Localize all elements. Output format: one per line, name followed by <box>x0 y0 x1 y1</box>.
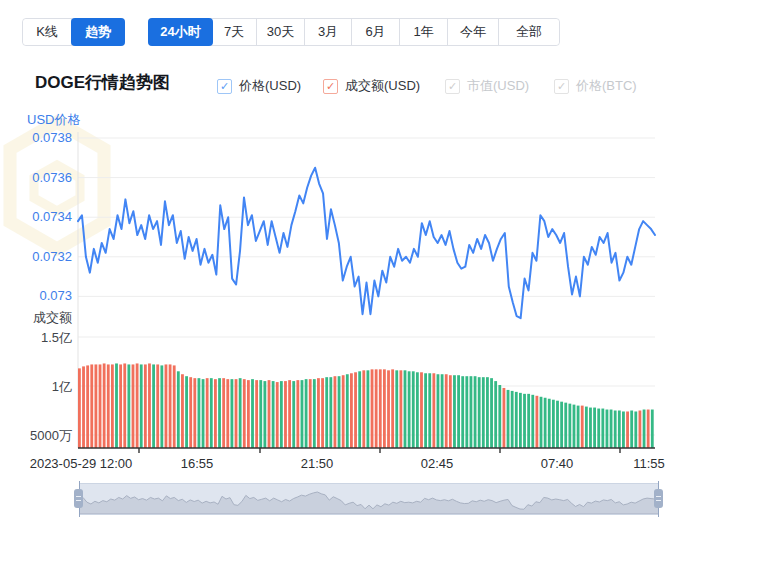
volume-bar <box>581 406 584 448</box>
chart-type-tab-group: K线趋势 <box>22 18 125 46</box>
volume-bar <box>136 363 139 448</box>
volume-bar <box>189 377 192 448</box>
volume-bar <box>206 378 209 448</box>
volume-bar <box>461 376 464 448</box>
volume-bar <box>111 364 114 448</box>
volume-bar <box>268 380 271 448</box>
volume-bar <box>144 364 147 448</box>
volume-bar <box>478 377 481 448</box>
volume-bar <box>465 376 468 448</box>
volume-bar <box>103 363 106 448</box>
tab-1y[interactable]: 1年 <box>400 19 448 45</box>
volume-bar <box>127 364 130 448</box>
volume-bar <box>259 380 262 448</box>
tab-6m[interactable]: 6月 <box>352 19 400 45</box>
volume-bar <box>325 377 328 448</box>
volume-bar <box>362 370 365 448</box>
navigator-mini-chart <box>79 484 659 514</box>
volume-bar <box>387 370 390 448</box>
volume-bar <box>577 406 580 448</box>
time-range-tab-group: 24小时7天30天3月6月1年今年全部 <box>148 18 560 46</box>
volume-bar <box>601 409 604 448</box>
volume-bar <box>276 382 279 448</box>
legend-price-usd-checkbox[interactable]: ✓ <box>217 79 232 94</box>
volume-bar <box>350 373 353 448</box>
tab-7d[interactable]: 7天 <box>212 19 257 45</box>
volume-bar <box>544 398 547 448</box>
volume-bar <box>424 373 427 448</box>
volume-bar <box>119 364 122 448</box>
volume-bar <box>486 377 489 448</box>
volume-bar <box>123 363 126 448</box>
volume-bar <box>338 376 341 448</box>
volume-bar <box>647 410 650 448</box>
volume-bar <box>639 411 642 449</box>
navigator-left-handle[interactable] <box>74 489 83 508</box>
navigator-right-handle[interactable] <box>654 489 663 508</box>
volume-bar <box>474 376 477 448</box>
volume-bar <box>412 371 415 448</box>
legend-volume-usd-checkbox[interactable]: ✓ <box>323 79 338 94</box>
volume-bar <box>239 378 242 448</box>
volume-bar <box>226 379 229 448</box>
volume-bar <box>432 373 435 448</box>
legend-marketcap-usd[interactable]: ✓市值(USD) <box>445 77 529 95</box>
tab-trend[interactable]: 趋势 <box>71 18 125 46</box>
volume-bar <box>90 364 93 448</box>
volume-bar <box>630 411 633 449</box>
y-tick-label: 0.0734 <box>12 209 72 224</box>
legend-price-usd[interactable]: ✓价格(USD) <box>217 77 301 95</box>
tab-24h[interactable]: 24小时 <box>148 18 213 46</box>
volume-bar <box>86 365 89 448</box>
volume-bar <box>115 363 118 448</box>
volume-bar <box>152 364 155 448</box>
legend-price-btc-checkbox[interactable]: ✓ <box>554 79 569 94</box>
volume-bar <box>354 372 357 448</box>
volume-bar <box>371 369 374 448</box>
legend-volume-usd[interactable]: ✓成交额(USD) <box>323 77 420 95</box>
volume-bar <box>78 368 81 448</box>
volume-bar <box>634 411 637 448</box>
price-volume-chart[interactable]: USD价格 成交额 0.07380.07360.07340.07320.0731… <box>0 110 780 470</box>
x-tick-label: 16:55 <box>181 456 214 471</box>
y-tick-label: 5000万 <box>12 427 72 445</box>
volume-bar <box>395 370 398 448</box>
volume-bar <box>383 369 386 448</box>
legend-price-usd-label: 价格(USD) <box>239 77 301 95</box>
legend-price-btc[interactable]: ✓价格(BTC) <box>554 77 637 95</box>
tab-all[interactable]: 全部 <box>499 19 559 45</box>
volume-bar <box>185 376 188 448</box>
legend-volume-usd-label: 成交额(USD) <box>345 77 420 95</box>
volume-bar <box>568 404 571 448</box>
volume-bar <box>243 379 246 448</box>
volume-bar <box>470 376 473 448</box>
chart-navigator[interactable] <box>79 483 659 515</box>
volume-bar <box>177 371 180 448</box>
y-tick-label: 0.0732 <box>12 249 72 264</box>
volume-bar <box>651 410 654 448</box>
volume-bar <box>94 364 97 448</box>
legend-marketcap-usd-checkbox[interactable]: ✓ <box>445 79 460 94</box>
volume-bar <box>288 380 291 448</box>
volume-bar <box>334 376 337 448</box>
volume-bar <box>156 364 159 448</box>
tab-30d[interactable]: 30天 <box>257 19 305 45</box>
tab-3m[interactable]: 3月 <box>305 19 352 45</box>
volume-bar <box>503 388 506 448</box>
volume-bar <box>251 379 254 448</box>
volume-bar <box>622 411 625 448</box>
volume-bar <box>280 381 283 448</box>
tab-ytd[interactable]: 今年 <box>448 19 499 45</box>
volume-bar <box>272 381 275 448</box>
volume-bar <box>391 369 394 448</box>
volume-bar <box>498 385 501 448</box>
volume-bar <box>490 378 493 448</box>
volume-bar <box>255 380 258 448</box>
volume-bar <box>148 363 151 448</box>
volume-bar <box>309 379 312 448</box>
plot-area[interactable] <box>0 110 780 470</box>
tab-kline[interactable]: K线 <box>23 19 72 45</box>
volume-bar <box>606 410 609 448</box>
volume-bar <box>193 378 196 448</box>
volume-bar <box>610 410 613 448</box>
